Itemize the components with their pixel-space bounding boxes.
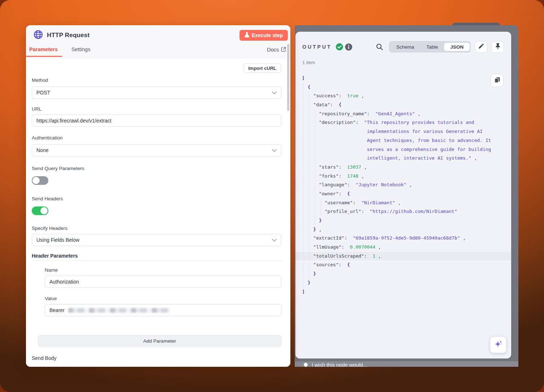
method-label: Method (32, 77, 48, 83)
json-code: [ { "success": true , "data": { "reposit… (295, 74, 511, 296)
app-window: I wish this node would... OUTPUT Schema … (0, 0, 544, 392)
pin-icon (495, 43, 501, 51)
external-link-icon (281, 47, 286, 53)
json-viewer: [ { "success": true , "data": { "reposit… (295, 74, 511, 351)
add-parameter-button[interactable]: Add Parameter (38, 335, 281, 347)
lightbulb-icon (303, 363, 308, 367)
json-line: "username": "NirDiamant" , (295, 199, 511, 208)
ai-assistant-button[interactable] (490, 337, 506, 353)
node-parameters-form: Import cURL Method POST URL Authenticati… (26, 59, 290, 367)
copy-output-button[interactable] (491, 74, 504, 87)
json-line: { (295, 83, 511, 92)
json-line: intelligent, interactive AI systems." , (295, 154, 511, 163)
assistant-bar-label: I wish this node would... (312, 362, 367, 367)
json-line: } (295, 216, 511, 225)
send-headers-label: Send Headers (32, 196, 63, 201)
node-title: HTTP Request (47, 32, 89, 39)
json-line: "llmUsage": 0.0070044 , (295, 243, 511, 252)
json-line: } (295, 270, 511, 279)
success-check-icon (335, 43, 343, 51)
method-select[interactable]: POST (32, 86, 281, 99)
indent-guide (321, 199, 321, 216)
indent-guide (309, 92, 310, 279)
items-count: 1 item (302, 60, 315, 65)
param-value-label: Value (45, 296, 57, 301)
toggle-knob (40, 207, 48, 214)
divider (32, 260, 281, 261)
json-line: ] (295, 288, 511, 297)
tab-json[interactable]: JSON (444, 43, 470, 51)
param-value-input[interactable]: Bearer (45, 304, 281, 316)
json-line: "language": "Jupyter Notebook" , (295, 181, 511, 190)
search-icon[interactable] (376, 43, 383, 50)
url-label: URL (32, 106, 41, 112)
flask-icon (245, 32, 249, 39)
json-line: "data": { (295, 101, 511, 110)
json-line: implementations for various Generative A… (295, 127, 511, 136)
json-line: } (295, 279, 511, 288)
tab-settings[interactable]: Settings (71, 46, 90, 57)
execute-step-button[interactable]: Execute step (240, 30, 288, 41)
json-line: Agent techniques, from basic to advanced… (295, 136, 511, 145)
node-panel-header: HTTP Request Execute step Parameters Set… (26, 25, 290, 59)
param-name-input[interactable] (45, 276, 281, 288)
send-query-toggle[interactable] (32, 176, 48, 185)
json-line: "owner": { (295, 190, 511, 199)
node-tabs: Parameters Settings Docs (29, 44, 286, 59)
json-line: "forks": 1748 , (295, 172, 511, 181)
json-line: serves as a comprehensive guide for buil… (295, 145, 511, 154)
assistant-bar[interactable]: I wish this node would... (295, 361, 518, 367)
redacted-token (68, 308, 170, 313)
json-line: "repository_name": "GenAI_Agents" , (295, 110, 511, 119)
json-line: "extractId": "69a1859a-9f52-4de5-9d80-45… (295, 234, 511, 243)
output-header: OUTPUT Schema Table JSON (302, 40, 504, 53)
sparkle-icon (493, 339, 503, 350)
docs-link[interactable]: Docs (267, 47, 286, 57)
json-line: "totalUrlsScraped": 1 , (295, 252, 511, 261)
edit-output-button[interactable] (475, 41, 487, 53)
tab-table[interactable]: Table (420, 43, 444, 51)
info-icon[interactable] (345, 43, 353, 51)
json-line: "success": true , (295, 92, 511, 101)
authentication-select[interactable]: None (32, 144, 281, 156)
send-body-label: Send Body (32, 355, 57, 361)
json-line: } , (295, 225, 511, 234)
header-parameters-section-label: Header Parameters (32, 253, 78, 259)
vertical-scrollbar[interactable] (287, 44, 289, 111)
ndv-backdrop: I wish this node would... OUTPUT Schema … (295, 25, 518, 367)
url-input[interactable] (32, 115, 281, 127)
authentication-label: Authentication (32, 135, 63, 141)
chevron-down-icon (272, 147, 277, 153)
node-settings-panel: HTTP Request Execute step Parameters Set… (26, 25, 290, 367)
output-title: OUTPUT (302, 44, 332, 50)
json-line: "sources": { (295, 260, 511, 270)
json-line: [ (295, 74, 511, 83)
globe-icon (34, 30, 43, 41)
specify-headers-label: Specify Headers (32, 226, 67, 231)
toggle-knob (32, 177, 40, 184)
json-line: "profile_url": "https://github.com/NirDi… (295, 207, 511, 216)
import-curl-button[interactable]: Import cURL (244, 63, 281, 73)
send-query-label: Send Query Parameters (32, 166, 84, 171)
specify-headers-select[interactable]: Using Fields Below (32, 234, 281, 246)
tab-parameters[interactable]: Parameters (29, 46, 58, 57)
param-name-label: Name (45, 267, 58, 273)
output-view-tabs: Schema Table JSON (389, 41, 471, 53)
pin-data-button[interactable] (491, 41, 504, 53)
chevron-down-icon (272, 237, 277, 243)
tab-schema[interactable]: Schema (390, 43, 420, 51)
copy-icon (494, 77, 500, 84)
json-line: "description": "This repository provides… (295, 118, 511, 127)
indent-guide (315, 110, 315, 225)
indent-guide (303, 83, 304, 288)
send-headers-toggle[interactable] (32, 206, 48, 215)
pencil-icon (478, 43, 484, 51)
output-panel: OUTPUT Schema Table JSON (295, 32, 511, 358)
chevron-down-icon (272, 90, 277, 95)
json-line: "stars": 13037 , (295, 163, 511, 172)
